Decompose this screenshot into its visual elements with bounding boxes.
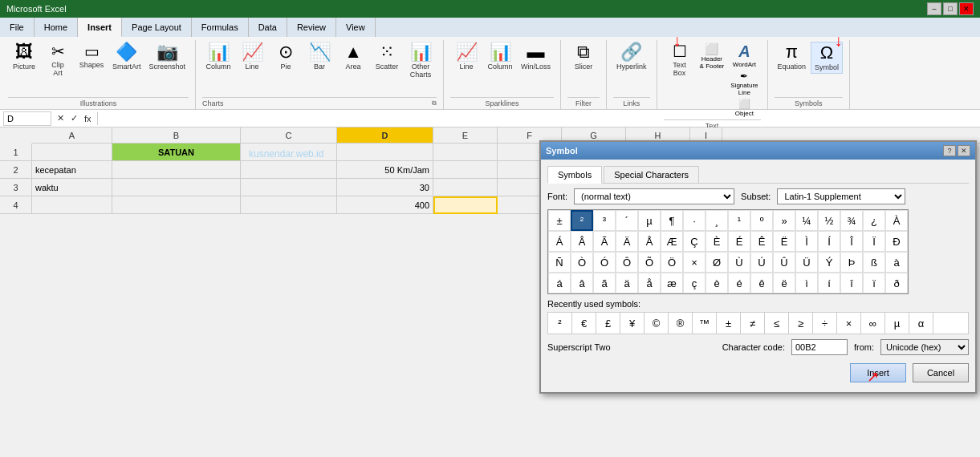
sparklines-label: Sparklines [450, 97, 554, 107]
cell-e4[interactable] [433, 196, 498, 214]
tab-review[interactable]: Review [287, 18, 336, 37]
ribbon-item-scatter[interactable]: ⁙ Scatter [371, 42, 403, 72]
ribbon-item-signature[interactable]: ✒ SignatureLine [728, 70, 760, 97]
ribbon-item-sparkline-column[interactable]: 📊 Column [484, 42, 516, 72]
close-btn[interactable]: ✕ [959, 2, 974, 15]
maximize-btn[interactable]: □ [943, 2, 958, 15]
cell-i1[interactable] [690, 144, 722, 161]
cell-h2[interactable] [626, 161, 690, 179]
cell-c3[interactable] [241, 179, 337, 196]
ribbon-item-other-charts[interactable]: 📊 OtherCharts [405, 42, 437, 80]
formula-input[interactable] [101, 114, 977, 123]
cell-f4[interactable] [498, 196, 562, 214]
title-bar: Microsoft Excel – □ ✕ [0, 0, 980, 18]
cancel-formula-btn[interactable]: ✕ [55, 113, 67, 123]
ribbon-item-equation[interactable]: π Equation [775, 42, 810, 72]
sparkline-column-icon: 📊 [490, 43, 511, 61]
cell-d3[interactable]: 30 [337, 179, 433, 196]
tab-data[interactable]: Data [249, 18, 287, 37]
cell-f2[interactable] [498, 161, 562, 179]
ribbon-item-area[interactable]: ▲ Area [337, 42, 369, 72]
title-bar-text: Microsoft Excel [6, 4, 67, 14]
minimize-btn[interactable]: – [927, 2, 941, 15]
ribbon-item-picture[interactable]: 🖼 Picture [8, 42, 40, 72]
ribbon: File Home Insert Page Layout Formulas Da… [0, 18, 980, 110]
cell-a2[interactable]: kecepatan [32, 161, 112, 179]
cell-i3[interactable] [690, 179, 722, 196]
cell-f3[interactable] [498, 179, 562, 196]
col-headers: A B C D E F G H I [32, 127, 980, 144]
cell-a3[interactable]: waktu [32, 179, 112, 196]
tab-formulas[interactable]: Formulas [192, 18, 249, 37]
tab-page-layout[interactable]: Page Layout [122, 18, 192, 37]
ribbon-item-smartart[interactable]: 🔷 SmartArt [109, 42, 144, 72]
col-header-f[interactable]: F [498, 127, 562, 143]
links-label: Links [613, 97, 650, 107]
name-box[interactable] [3, 111, 51, 126]
cell-g1[interactable] [562, 144, 626, 161]
ribbon-item-wordart[interactable]: A WordArt [728, 42, 760, 69]
cell-h3[interactable] [626, 179, 690, 196]
cell-c4[interactable] [241, 196, 337, 214]
table-row: 1 SATUAN kusnendar.web.id [0, 144, 980, 161]
cell-e3[interactable] [433, 179, 498, 196]
ribbon-item-hyperlink[interactable]: 🔗 Hyperlink [613, 42, 650, 72]
col-header-g[interactable]: G [562, 127, 626, 143]
ribbon-item-slicer[interactable]: ⧉ Slicer [567, 42, 600, 72]
ribbon-group-links: 🔗 Hyperlink Links [607, 40, 657, 109]
tab-view[interactable]: View [336, 18, 376, 37]
ribbon-item-shapes[interactable]: ▭ Shapes [75, 42, 108, 71]
cell-h1[interactable] [626, 144, 690, 161]
ribbon-item-sparkline-line[interactable]: 📈 Line [450, 42, 482, 72]
ribbon-item-object[interactable]: ⬜ Object [728, 98, 760, 118]
tab-home[interactable]: Home [35, 18, 78, 37]
ribbon-item-screenshot[interactable]: 📷 Screenshot [146, 42, 189, 72]
cell-f1[interactable] [498, 144, 562, 161]
col-header-b[interactable]: B [112, 127, 241, 143]
cell-g3[interactable] [562, 179, 626, 196]
cell-h4[interactable] [626, 196, 690, 214]
tab-insert[interactable]: Insert [78, 18, 122, 37]
cell-i2[interactable] [690, 161, 722, 179]
cell-b4[interactable] [112, 196, 241, 214]
ribbon-item-bar[interactable]: 📉 Bar [303, 42, 335, 72]
cell-g4[interactable] [562, 196, 626, 214]
arrow-textbox: ↑ [673, 34, 681, 52]
bar-chart-icon: 📉 [309, 43, 331, 61]
ribbon-item-header-footer[interactable]: ⬜ Header& Footer [697, 42, 727, 71]
col-header-d[interactable]: D [337, 127, 433, 143]
cell-a4[interactable] [32, 196, 112, 214]
charts-label: Charts⧉ [202, 97, 437, 107]
cell-b1[interactable]: SATUAN [112, 144, 241, 161]
cell-e2[interactable] [433, 161, 498, 179]
tab-file[interactable]: File [0, 18, 35, 37]
col-header-e[interactable]: E [433, 127, 498, 143]
ribbon-item-line[interactable]: 📈 Line [236, 42, 268, 72]
col-header-i[interactable]: I [690, 127, 722, 143]
cell-a1[interactable] [32, 144, 112, 161]
confirm-formula-btn[interactable]: ✓ [68, 113, 80, 123]
insert-function-btn[interactable]: fx [82, 114, 94, 123]
cell-i4[interactable] [690, 196, 722, 214]
cell-d2[interactable]: 50 Km/Jam [337, 161, 433, 179]
ribbon-item-column[interactable]: 📊 Column [202, 42, 234, 72]
cell-d1[interactable] [337, 144, 433, 161]
ribbon-item-clipart[interactable]: ✂ ClipArt [42, 42, 74, 79]
cell-b3[interactable] [112, 179, 241, 196]
col-header-h[interactable]: H [626, 127, 690, 143]
col-header-a[interactable]: A [32, 127, 112, 143]
cell-b2[interactable] [112, 161, 241, 179]
ribbon-item-pie[interactable]: ⊙ Pie [270, 42, 302, 72]
cell-c2[interactable] [241, 161, 337, 179]
row-num-1: 1 [0, 144, 32, 161]
cell-c1[interactable]: kusnendar.web.id [241, 144, 337, 161]
clipart-icon: ✂ [51, 43, 65, 59]
formula-buttons: ✕ ✓ fx [55, 113, 94, 123]
ribbon-tabs: File Home Insert Page Layout Formulas Da… [0, 18, 980, 37]
cell-e1[interactable] [433, 144, 498, 161]
cell-d4[interactable]: 400 [337, 196, 433, 214]
ribbon-item-winloss[interactable]: ▬ Win/Loss [518, 42, 554, 72]
cell-g2[interactable] [562, 161, 626, 179]
col-header-c[interactable]: C [241, 127, 337, 143]
other-charts-icon: 📊 [410, 43, 432, 61]
